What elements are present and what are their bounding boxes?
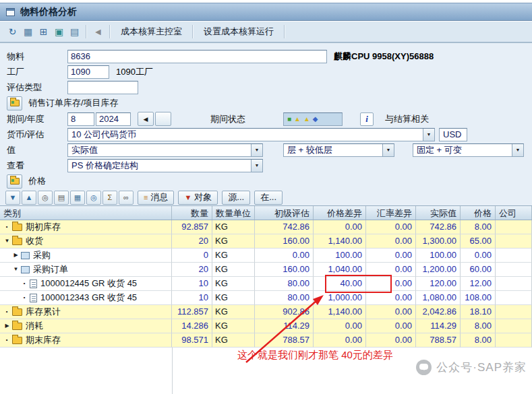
form-panel: 物料 麒麟CPU 9958(XY)56888 工厂 1090工厂 评估类型 销售…	[0, 43, 532, 205]
costing-run-button[interactable]: 设置成本核算运行	[197, 23, 280, 40]
column-header-ediff[interactable]: 汇率差异	[366, 206, 416, 220]
cell-price: 0.00	[461, 249, 496, 263]
status-green-square-icon: ■	[287, 116, 291, 123]
plant-label: 工厂	[7, 66, 67, 78]
cell-pdiff: 100.00	[314, 249, 366, 263]
dropdown-arrow-icon	[382, 144, 394, 156]
table-row[interactable]: ·期初库存92.857KG742.860.000.00742.868.00	[0, 220, 532, 234]
year-input[interactable]	[96, 112, 131, 126]
column-header-company[interactable]: 公司	[496, 206, 532, 220]
table-row[interactable]: ▼收货20KG160.001,140.000.001,300.0065.00	[0, 234, 532, 249]
column-header-price[interactable]: 价格	[461, 206, 496, 220]
table-header: 类别数量数量单位初级评估价格差异汇率差异实际值价格公司	[0, 205, 532, 220]
cell-prelim: 0.00	[255, 249, 314, 263]
folder-icon	[10, 100, 20, 106]
table-row[interactable]: ·1000012445 GR 收货 4510KG80.0040.000.0012…	[0, 277, 532, 291]
period-input[interactable]	[67, 112, 94, 126]
toolbar-separator	[192, 25, 194, 38]
sort-ascending-icon[interactable]: ▲	[22, 191, 36, 205]
status-blue-diamond-icon: ◆	[313, 116, 318, 123]
performance-assistant-icon[interactable]: ◄	[90, 24, 106, 39]
cell-company	[496, 305, 532, 319]
watermark: 公众号·SAP养家	[416, 360, 527, 375]
expand-icon[interactable]: ▶	[11, 249, 20, 262]
category-label: 1000012343 GR 收货 45	[40, 291, 137, 304]
cell-qty: 112.857	[172, 305, 212, 319]
column-header-actual[interactable]: 实际值	[416, 206, 461, 220]
info-button[interactable]: i	[360, 112, 374, 126]
grid-toolbar: ▼▲◎▤▦◎Σ∞≡消息▼对象源...在...	[0, 189, 532, 205]
sum-icon[interactable]: Σ	[102, 191, 117, 205]
level-select[interactable]: 层 + 较低层	[283, 143, 394, 157]
column-header-pdiff[interactable]: 价格差异	[314, 206, 366, 220]
hierarchy-icon[interactable]: ⊞	[36, 24, 51, 39]
table-row[interactable]: ▶采购0KG0.00100.000.00100.000.00	[0, 249, 532, 263]
leaf-bullet: ·	[20, 277, 29, 290]
valuation-type-input[interactable]	[67, 81, 138, 94]
table-view-icon[interactable]: ▤	[67, 24, 82, 39]
material-input[interactable]	[67, 50, 327, 63]
detail-glasses-icon[interactable]: ∞	[119, 191, 134, 205]
cell-ediff: 0.00	[366, 220, 416, 234]
sales-order-stock-button[interactable]	[7, 96, 22, 110]
change-layout-icon[interactable]: ▦	[70, 191, 85, 205]
page-title: 物料价格分析	[20, 6, 77, 18]
next-period-button[interactable]	[155, 112, 171, 126]
value-label: 值	[7, 144, 67, 156]
sort-descending-icon[interactable]: ▼	[5, 191, 20, 205]
application-window: 物料价格分析 ↻▦⊞▣▤◄成本核算主控室设置成本核算运行 物料 麒麟CPU 99…	[0, 0, 532, 394]
source-button[interactable]: 源...	[222, 191, 250, 205]
column-header-category[interactable]: 类别	[0, 206, 172, 220]
messages-button[interactable]: ≡消息	[138, 191, 174, 205]
value-type-select[interactable]: 实际值	[67, 143, 263, 157]
cost-estimate-cockpit-button[interactable]: 成本核算主控室	[114, 23, 189, 40]
toolbar-separator	[284, 25, 285, 38]
expand-icon[interactable]: ▶	[3, 319, 11, 333]
valuation-type-label: 评估类型	[7, 81, 67, 94]
binoculars-icon[interactable]: ◎	[38, 191, 53, 205]
fixed-variable-select-value: 固定 + 可变	[413, 144, 512, 156]
view-select-value: PS 价格确定结构	[68, 160, 251, 172]
cell-company	[496, 333, 532, 348]
cell-price: 12.00	[461, 277, 496, 291]
status-yellow-triangle-icon: ▲	[294, 116, 301, 123]
cell-actual: 114.29	[416, 319, 461, 333]
in-button[interactable]: 在...	[254, 191, 283, 205]
column-header-prelim[interactable]: 初级评估	[255, 206, 314, 220]
cell-qty: 0	[172, 249, 212, 263]
column-header-unit[interactable]: 数量单位	[212, 206, 255, 220]
cell-company	[496, 277, 532, 291]
monitor-icon[interactable]: ▣	[51, 24, 67, 39]
currency-select[interactable]: 10 公司代码货币	[67, 128, 435, 141]
valuation-type-row: 评估类型	[0, 79, 532, 95]
view-select[interactable]: PS 价格确定结构	[67, 159, 263, 172]
column-header-qty[interactable]: 数量	[172, 206, 212, 220]
print-icon[interactable]: ▤	[54, 191, 69, 205]
collapse-icon[interactable]: ▼	[11, 263, 20, 276]
collapse-icon[interactable]: ▼	[3, 234, 11, 248]
currency-select-value: 10 公司代码货币	[68, 129, 423, 141]
cell-qty: 98.571	[172, 333, 212, 348]
dropdown-arrow-icon	[423, 129, 434, 141]
price-section-button[interactable]	[7, 174, 22, 189]
table-row[interactable]: ▼采购订单20KG160.001,040.000.001,200.0060.00	[0, 263, 532, 277]
titlebar: 物料价格分析	[0, 3, 532, 21]
search-icon[interactable]: ◎	[86, 191, 101, 205]
category-label: 库存累计	[26, 305, 61, 319]
cell-qty: 10	[172, 277, 212, 291]
refresh-period-icon[interactable]: ↻	[5, 24, 20, 39]
objects-button[interactable]: ▼对象	[178, 191, 218, 205]
plant-input[interactable]	[67, 65, 109, 79]
dropdown-arrow-icon	[251, 144, 262, 156]
currency-label: 货币/评估	[7, 129, 67, 141]
value-row: 值 实际值 层 + 较低层 固定 + 可变	[0, 142, 532, 158]
plant-row: 工厂 1090工厂	[0, 64, 532, 79]
category-cell: ▶采购	[0, 249, 172, 263]
category-cell: ·期末库存	[0, 333, 172, 348]
display-layout-icon[interactable]: ▦	[20, 24, 36, 39]
category-cell: ▶消耗	[0, 319, 172, 333]
previous-period-button[interactable]	[138, 112, 154, 126]
fixed-variable-select[interactable]: 固定 + 可变	[413, 143, 524, 157]
cell-prelim: 160.00	[255, 263, 314, 277]
level-select-value: 层 + 较低层	[284, 144, 382, 156]
